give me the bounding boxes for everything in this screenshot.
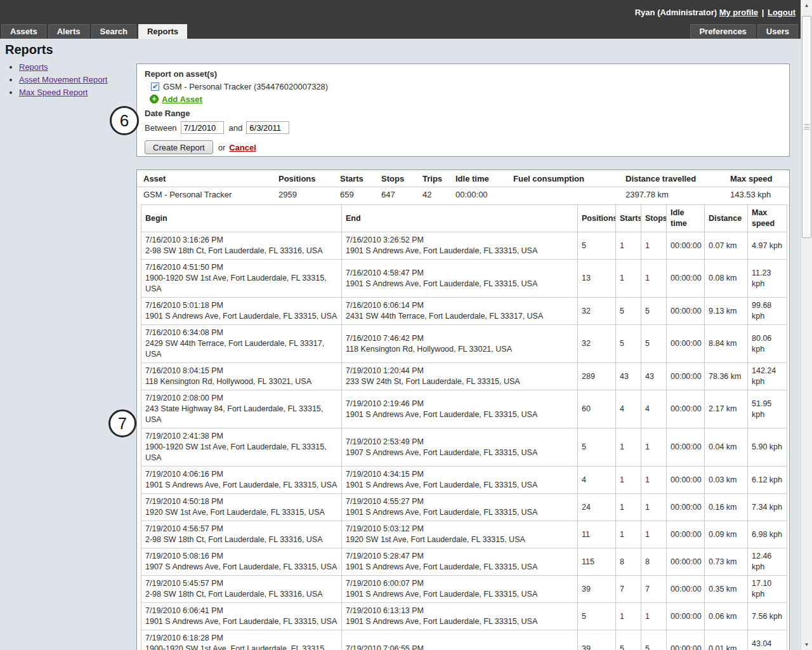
idle-time-cell: 00:00:00	[667, 325, 705, 363]
annotation-circle-7: 7	[108, 409, 136, 437]
end-cell: 7/19/2010 5:28:47 PM 1901 S Andrews Ave,…	[342, 548, 578, 576]
tab-preferences[interactable]: Preferences	[690, 24, 755, 39]
date-to-input[interactable]	[246, 121, 289, 134]
idle-time-cell: 00:00:00	[667, 428, 705, 467]
scrollbar-thumb[interactable]	[802, 16, 811, 238]
check-icon: ✔	[152, 83, 158, 90]
scroll-down-icon[interactable]: ▼	[801, 639, 812, 650]
distance-cell: 0.03 km	[705, 467, 748, 494]
stops-cell: 5	[641, 325, 667, 363]
add-asset-link[interactable]: Add Asset	[162, 95, 202, 104]
detail-header-distance: Distance	[705, 205, 748, 232]
summary-header-stops: Stops	[375, 170, 416, 187]
end-address: 1901 S Andrews Ave, Fort Lauderdale, FL …	[346, 246, 573, 256]
distance-cell: 0.07 km	[705, 232, 748, 260]
sidebar-item-max-speed-report[interactable]: Max Speed Report	[19, 88, 88, 97]
stops-cell: 4	[641, 390, 667, 428]
begin-address: 118 Kensington Rd, Hollywood, FL 33021, …	[145, 376, 337, 387]
logout-link[interactable]: Logout	[768, 8, 796, 17]
scroll-up-icon[interactable]: ▲	[801, 0, 812, 11]
create-report-button[interactable]: Create Report	[145, 140, 213, 154]
idle-time-cell: 00:00:00	[667, 390, 705, 428]
max-speed-cell: 80.06 kph	[748, 325, 787, 363]
max-speed-cell: 12.46 kph	[748, 548, 787, 576]
begin-time: 7/19/2010 5:45:57 PM	[145, 578, 337, 589]
starts-cell: 8	[616, 548, 641, 576]
starts-cell: 7	[616, 576, 641, 603]
date-range-row: Between and	[145, 120, 782, 135]
distance-cell: 0.08 km	[705, 260, 748, 298]
summary-row: GSM - Personal Tracker 2959 659 647 42 0…	[137, 187, 790, 202]
idle-time-cell: 00:00:00	[667, 232, 705, 260]
begin-address: 2-98 SW 18th Ct, Fort Lauderdale, FL 333…	[145, 246, 337, 256]
begin-address: 2-98 SW 18th Ct, Fort Lauderdale, FL 333…	[145, 534, 337, 545]
begin-time: 7/16/2010 8:04:15 PM	[145, 366, 337, 376]
end-cell: 7/16/2010 3:26:52 PM 1901 S Andrews Ave,…	[342, 232, 578, 260]
max-speed-cell: 7.34 kph	[748, 494, 787, 521]
tab-reports[interactable]: Reports	[138, 24, 187, 39]
asset-checkbox[interactable]: ✔	[151, 83, 159, 91]
top-bar: Ryan (Administrator) My profile | Logout…	[0, 0, 801, 39]
begin-time: 7/19/2010 5:08:16 PM	[145, 551, 337, 562]
stops-cell: 43	[641, 363, 667, 390]
table-row: 7/19/2010 5:08:16 PM 1907 S Andrews Ave,…	[141, 548, 787, 576]
form-buttons-row: Create Report or Cancel	[145, 140, 782, 155]
distance-cell: 0.73 km	[705, 548, 748, 576]
end-time: 7/19/2010 4:55:27 PM	[346, 496, 573, 507]
stops-cell: 8	[641, 548, 667, 576]
starts-cell: 1	[616, 428, 641, 467]
page: Ryan (Administrator) My profile | Logout…	[0, 0, 801, 650]
distance-cell: 9.13 km	[705, 298, 748, 325]
end-time: 7/16/2010 4:58:47 PM	[346, 268, 573, 279]
end-cell: 7/19/2010 4:34:15 PM 1901 S Andrews Ave,…	[342, 467, 578, 494]
sidebar-item-asset-movement-report[interactable]: Asset Movement Report	[19, 75, 107, 84]
table-row: 7/19/2010 4:50:18 PM 1920 SW 1st Ave, Fo…	[141, 494, 787, 521]
tab-search[interactable]: Search	[91, 24, 136, 39]
end-cell: 7/16/2010 7:46:42 PM 118 Kensington Rd, …	[342, 325, 578, 363]
end-address: 1901 S Andrews Ave, Fort Lauderdale, FL …	[346, 616, 573, 627]
starts-cell: 5	[616, 325, 641, 363]
detail-header-stops: Stops	[641, 205, 667, 232]
main-tabs: Assets Alerts Search Reports	[1, 24, 187, 39]
summary-header-starts: Starts	[334, 170, 375, 187]
idle-time-cell: 00:00:00	[667, 603, 705, 630]
idle-time-cell: 00:00:00	[667, 467, 705, 494]
begin-address: 1901 S Andrews Ave, Fort Lauderdale, FL …	[145, 480, 337, 491]
end-address: 1901 S Andrews Ave, Fort Lauderdale, FL …	[346, 507, 573, 518]
max-speed-cell: 142.24 kph	[748, 363, 787, 390]
end-time: 7/19/2010 6:00:07 PM	[346, 578, 573, 589]
table-row: 7/16/2010 8:04:15 PM 118 Kensington Rd, …	[141, 363, 787, 390]
idle-time-cell: 00:00:00	[667, 576, 705, 603]
distance-cell: 0.06 km	[705, 603, 748, 630]
vertical-scrollbar[interactable]: ▲ ▼	[801, 0, 812, 650]
begin-time: 7/19/2010 4:56:57 PM	[145, 524, 337, 534]
sidebar-item-reports[interactable]: Reports	[19, 62, 48, 72]
begin-time: 7/16/2010 4:51:50 PM	[145, 262, 337, 273]
table-row: 7/19/2010 5:45:57 PM 2-98 SW 18th Ct, Fo…	[141, 576, 787, 603]
max-speed-cell: 51.95 kph	[748, 390, 787, 428]
begin-cell: 7/19/2010 6:06:41 PM 1901 S Andrews Ave,…	[141, 603, 342, 630]
starts-cell: 1	[616, 260, 641, 298]
begin-time: 7/19/2010 4:50:18 PM	[145, 496, 337, 507]
begin-cell: 7/19/2010 4:06:16 PM 1901 S Andrews Ave,…	[141, 467, 342, 494]
detail-header-max-speed: Max speed	[748, 205, 787, 232]
tab-alerts[interactable]: Alerts	[48, 24, 89, 39]
end-address: 2431 SW 44th Terrace, Fort Lauderdale, F…	[346, 311, 573, 322]
tab-users[interactable]: Users	[757, 24, 798, 39]
date-from-input[interactable]	[181, 121, 224, 134]
begin-cell: 7/16/2010 8:04:15 PM 118 Kensington Rd, …	[141, 363, 342, 390]
begin-time: 7/16/2010 6:34:08 PM	[145, 328, 337, 338]
trip-detail-table: Begin End Positions Starts Stops Idle ti…	[141, 204, 787, 650]
tab-assets[interactable]: Assets	[1, 24, 46, 39]
add-plus-icon[interactable]: +	[150, 95, 159, 103]
idle-time-cell: 00:00:00	[667, 298, 705, 325]
report-on-assets-label: Report on asset(s)	[145, 69, 782, 79]
my-profile-link[interactable]: My profile	[719, 8, 758, 17]
summary-header-trips: Trips	[416, 170, 449, 187]
positions-cell: 4	[578, 467, 616, 494]
idle-time-cell: 00:00:00	[667, 260, 705, 298]
end-time: 7/16/2010 7:46:42 PM	[346, 333, 573, 344]
summary-starts: 659	[334, 187, 375, 202]
begin-time: 7/19/2010 6:18:28 PM	[145, 633, 337, 644]
cancel-link[interactable]: Cancel	[229, 143, 256, 152]
